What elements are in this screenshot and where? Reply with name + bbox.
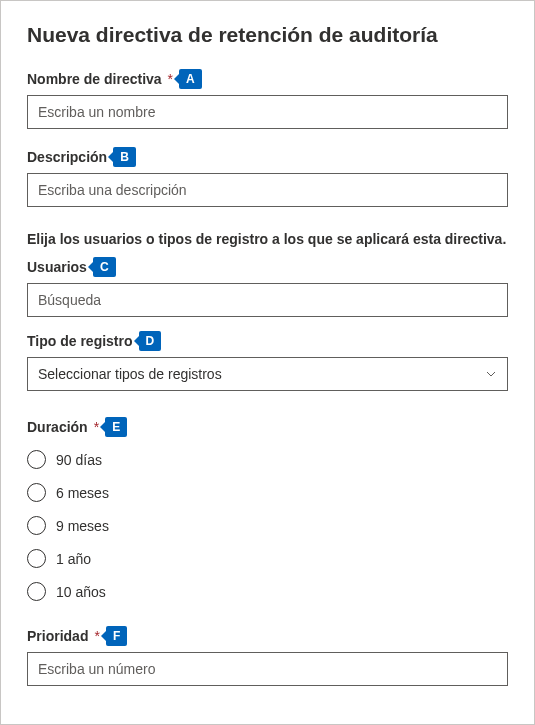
page-title: Nueva directiva de retención de auditorí…: [27, 23, 508, 47]
badge-c: C: [93, 257, 116, 277]
description-label: Descripción: [27, 149, 107, 165]
priority-input[interactable]: [27, 652, 508, 686]
field-description: Descripción B: [27, 147, 508, 207]
field-users: Usuarios C: [27, 257, 508, 317]
policy-name-label: Nombre de directiva: [27, 71, 162, 87]
radio-option[interactable]: 10 años: [27, 575, 508, 608]
radio-option[interactable]: 1 año: [27, 542, 508, 575]
radio-label: 9 meses: [56, 518, 109, 534]
field-policy-name: Nombre de directiva * A: [27, 69, 508, 129]
radio-icon: [27, 582, 46, 601]
duration-label: Duración: [27, 419, 88, 435]
record-type-selected: Seleccionar tipos de registros: [38, 366, 222, 382]
radio-icon: [27, 549, 46, 568]
badge-e: E: [105, 417, 127, 437]
badge-f: F: [106, 626, 127, 646]
radio-label: 10 años: [56, 584, 106, 600]
radio-icon: [27, 483, 46, 502]
radio-option[interactable]: 6 meses: [27, 476, 508, 509]
radio-icon: [27, 516, 46, 535]
record-type-dropdown[interactable]: Seleccionar tipos de registros: [27, 357, 508, 391]
radio-label: 6 meses: [56, 485, 109, 501]
badge-d: D: [139, 331, 162, 351]
radio-option[interactable]: 9 meses: [27, 509, 508, 542]
record-type-label: Tipo de registro: [27, 333, 133, 349]
description-input[interactable]: [27, 173, 508, 207]
radio-icon: [27, 450, 46, 469]
radio-label: 90 días: [56, 452, 102, 468]
policy-name-input[interactable]: [27, 95, 508, 129]
field-record-type: Tipo de registro D Seleccionar tipos de …: [27, 331, 508, 391]
field-priority: Prioridad * F: [27, 626, 508, 686]
duration-radio-group: 90 días 6 meses 9 meses 1 año 10 años: [27, 443, 508, 608]
section-instruction: Elija los usuarios o tipos de registro a…: [27, 231, 508, 247]
field-duration: Duración * E 90 días 6 meses 9 meses 1 a…: [27, 417, 508, 608]
users-label: Usuarios: [27, 259, 87, 275]
chevron-down-icon: [485, 368, 497, 380]
required-asterisk: *: [94, 628, 99, 644]
badge-b: B: [113, 147, 136, 167]
users-search-input[interactable]: [27, 283, 508, 317]
required-asterisk: *: [94, 419, 99, 435]
badge-a: A: [179, 69, 202, 89]
radio-label: 1 año: [56, 551, 91, 567]
priority-label: Prioridad: [27, 628, 88, 644]
required-asterisk: *: [168, 71, 173, 87]
policy-form-panel: Nueva directiva de retención de auditorí…: [0, 0, 535, 725]
radio-option[interactable]: 90 días: [27, 443, 508, 476]
